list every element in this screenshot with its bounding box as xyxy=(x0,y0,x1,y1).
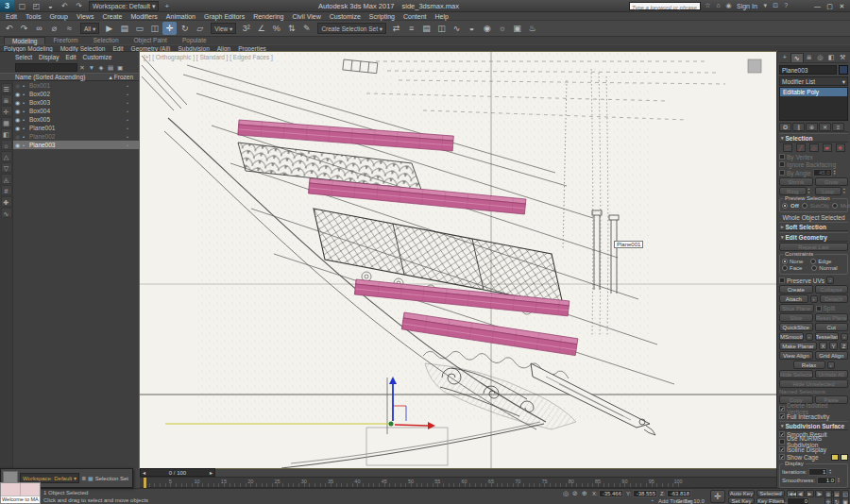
explorer-xref-icon[interactable]: ✚ xyxy=(1,196,12,207)
by-angle-checkbox[interactable] xyxy=(779,170,785,176)
frozen-state-dot[interactable]: • xyxy=(116,83,139,89)
visibility-eye-icon[interactable]: ◉ xyxy=(15,82,23,89)
explorer-cameras-icon[interactable]: △ xyxy=(1,151,12,161)
menu-item[interactable]: Graph Editors xyxy=(204,13,245,20)
planar-y-button[interactable]: Y xyxy=(829,342,838,350)
motion-tab-icon[interactable]: ◎ xyxy=(814,53,825,62)
explorer-menu-item[interactable]: Select xyxy=(15,54,32,60)
Plane003[interactable]: ◉ • Plane003 • xyxy=(13,141,139,149)
frozen-state-dot[interactable]: • xyxy=(116,100,139,106)
isolate-toggle-icon[interactable]: ◎ xyxy=(563,490,569,497)
time-slider[interactable]: ◂ 0 / 100 ▸ xyxy=(140,468,215,477)
ribbon-subtab[interactable]: Polygon Modeling xyxy=(4,45,53,52)
select-and-scale-icon[interactable]: ▱ xyxy=(193,22,207,35)
select-by-name-icon[interactable]: ▤ xyxy=(117,22,131,35)
shrink-button[interactable]: Shrink xyxy=(779,177,813,186)
Box002[interactable]: ◉ • Box002 • xyxy=(13,90,139,98)
polygon-icon[interactable]: ▰ xyxy=(823,143,832,152)
hide-unselected-button[interactable]: Hide Unselected xyxy=(779,379,848,388)
slice-plane-button[interactable]: Slice Plane xyxy=(779,304,814,312)
smooth-result-checkbox[interactable]: ✓ xyxy=(779,431,785,437)
preserve-uvs-checkbox[interactable] xyxy=(779,277,785,283)
visibility-eye-icon[interactable]: ◉ xyxy=(15,108,23,114)
selection-brackets-icon[interactable]: ✛ xyxy=(710,490,725,503)
close-icon[interactable]: ✕ xyxy=(836,1,848,11)
show-cage-checkbox[interactable]: ✓ xyxy=(779,454,785,460)
display-iterations-value[interactable]: 1 xyxy=(808,468,827,476)
frozen-state-dot[interactable]: • xyxy=(116,92,139,97)
home-icon[interactable]: ⌂ xyxy=(713,2,723,9)
visibility-eye-icon[interactable]: ◉ xyxy=(15,116,23,123)
constraint-normal-radio[interactable] xyxy=(811,265,817,271)
named-selection-set-dropdown[interactable]: Create Selection Set ▾ xyxy=(317,23,386,34)
menu-item[interactable]: Help xyxy=(435,13,449,20)
z-coord-field[interactable]: -63.818 xyxy=(667,490,691,497)
Box003[interactable]: ◉ • Box003 • xyxy=(13,98,139,107)
menu-item[interactable]: Scripting xyxy=(369,13,395,20)
frozen-state-dot[interactable]: • xyxy=(116,126,139,131)
frozen-state-dot[interactable]: • xyxy=(116,117,139,123)
preview-subobj-radio[interactable] xyxy=(802,203,808,209)
visibility-eye-icon[interactable]: ◉ xyxy=(15,91,23,97)
utilities-tab-icon[interactable]: ⚒ xyxy=(837,53,848,62)
rollout-subdivision-surface[interactable]: ▾Subdivision Surface xyxy=(779,421,848,430)
unlink-selection-icon[interactable]: ⌀ xyxy=(47,22,61,35)
stack-item-editable-poly[interactable]: Editable Poly xyxy=(780,88,847,96)
ribbon-tab[interactable]: Freeform xyxy=(45,37,85,44)
render-setup-icon[interactable]: ☼ xyxy=(495,22,509,35)
y-coord-field[interactable]: -38.555 xyxy=(633,490,657,497)
viewport[interactable]: [+] [ Orthographic ] [ Standard ] [ Edge… xyxy=(140,52,776,468)
explorer-sort-icon[interactable]: ☰ xyxy=(1,83,12,93)
display-smoothness-value[interactable]: 1.0 xyxy=(817,477,836,484)
time-slider-value[interactable]: 0 / 100 xyxy=(169,470,186,476)
hide-selected-button[interactable]: Hide Selected xyxy=(779,370,813,378)
rectangular-region-icon[interactable]: ▭ xyxy=(132,22,146,35)
ribbon-tab[interactable]: Object Paint xyxy=(127,37,175,44)
select-and-rotate-icon[interactable]: ↻ xyxy=(178,22,192,35)
delete-isolated-vertices-checkbox[interactable]: ✓ xyxy=(779,406,785,412)
render-icon[interactable]: ♨ xyxy=(525,22,539,35)
menu-item[interactable]: Views xyxy=(76,13,94,20)
menu-item[interactable]: Edit xyxy=(6,13,17,20)
visibility-eye-icon[interactable]: ◉ xyxy=(15,125,23,131)
orbit-icon[interactable]: ↻ xyxy=(833,497,841,504)
lock-explorer-icon[interactable]: ◈ xyxy=(96,63,106,72)
visibility-eye-icon[interactable]: ◉ xyxy=(15,142,23,148)
redo-icon[interactable]: ↷ xyxy=(17,22,31,35)
display-tab-icon[interactable]: ◧ xyxy=(825,53,837,62)
material-editor-icon[interactable]: ◉ xyxy=(480,22,494,35)
cage-selected-color-swatch[interactable] xyxy=(841,454,848,461)
clear-search-icon[interactable]: ✕ xyxy=(77,63,87,72)
constraint-face-radio[interactable] xyxy=(782,265,788,271)
track-bar[interactable]: 5101520253035404550556065707580859095100 xyxy=(140,477,776,488)
undo-icon[interactable]: ↶ xyxy=(2,22,16,35)
rollout-soft-selection[interactable]: ▸Soft Selection xyxy=(779,222,848,231)
percent-snap-icon[interactable]: % xyxy=(269,22,283,35)
community-icon[interactable]: ☆ xyxy=(703,2,713,9)
reset-plane-button[interactable]: Reset Plane xyxy=(815,313,849,322)
explorer-hierarchy-icon[interactable]: ≣ xyxy=(1,94,12,105)
preview-off-radio[interactable] xyxy=(782,203,788,209)
explorer-menu-item[interactable]: Customize xyxy=(83,54,112,60)
tessellate-settings-button[interactable]: ▫ xyxy=(841,333,848,341)
next-frame-icon[interactable]: |▶ xyxy=(815,490,824,497)
reference-coordinate-dropdown[interactable]: View ▾ xyxy=(211,23,236,34)
explorer-helpers-icon[interactable]: ▽ xyxy=(1,162,12,173)
add-time-tag[interactable]: Add Time Tag xyxy=(658,498,693,504)
configure-modifier-icon[interactable]: ≡ xyxy=(832,123,844,131)
make-unique-icon[interactable]: ⊕ xyxy=(806,123,818,131)
render-frame-icon[interactable]: ▣ xyxy=(510,22,524,35)
maximize-viewport-icon[interactable]: ▣ xyxy=(842,497,849,504)
menu-item[interactable]: Create xyxy=(102,13,122,20)
show-end-result-icon[interactable]: ∥ xyxy=(792,123,805,131)
ribbon-subtab[interactable]: Edit xyxy=(112,45,123,52)
split-checkbox[interactable] xyxy=(816,306,822,311)
menu-item[interactable]: Modifiers xyxy=(130,13,157,20)
delete-workspace-icon[interactable]: ≣ xyxy=(81,475,86,481)
planar-z-button[interactable]: Z xyxy=(840,342,848,350)
ring-button[interactable]: Ring xyxy=(779,187,807,195)
menu-item[interactable]: Animation xyxy=(166,13,196,20)
select-and-link-icon[interactable]: ∞ xyxy=(32,22,46,35)
view-align-button[interactable]: View Align xyxy=(779,351,813,360)
ignore-backfacing-checkbox[interactable] xyxy=(779,161,785,167)
